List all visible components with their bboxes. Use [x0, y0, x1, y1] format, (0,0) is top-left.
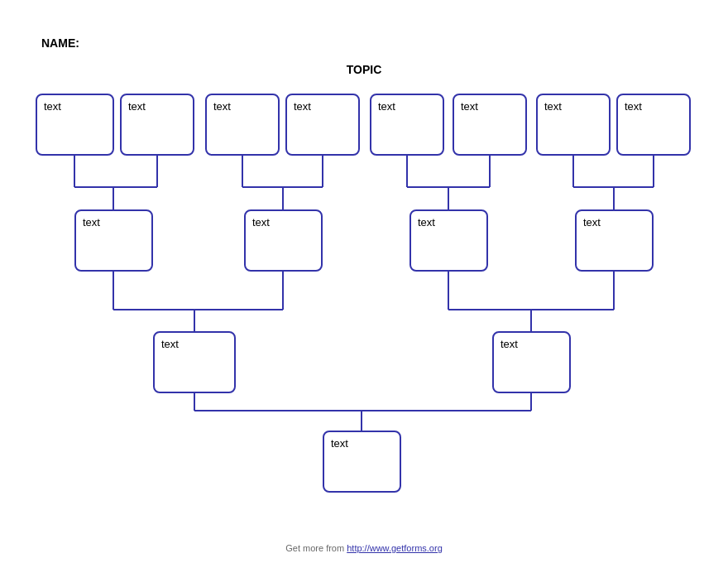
node-mid-right[interactable]: text	[492, 331, 571, 393]
node-top-4[interactable]: text	[285, 94, 360, 156]
node-top-6[interactable]: text	[453, 94, 527, 156]
node-root[interactable]: text	[323, 431, 401, 493]
footer-text: Get more from	[285, 543, 347, 553]
node-top-8[interactable]: text	[616, 94, 691, 156]
topic-label: TOPIC	[0, 63, 728, 76]
page: NAME: TOPIC text text text text text tex…	[0, 0, 728, 563]
node-top-7[interactable]: text	[536, 94, 611, 156]
node-top-5[interactable]: text	[370, 94, 444, 156]
node-mid-left[interactable]: text	[153, 331, 236, 393]
footer: Get more from http://www.getforms.org	[0, 543, 728, 553]
footer-link[interactable]: http://www.getforms.org	[347, 543, 443, 553]
node-top-1[interactable]: text	[36, 94, 114, 156]
node-top-3[interactable]: text	[205, 94, 280, 156]
node-level2-1[interactable]: text	[74, 209, 153, 272]
name-label: NAME:	[41, 36, 79, 50]
node-level2-4[interactable]: text	[575, 209, 654, 272]
node-level2-3[interactable]: text	[410, 209, 488, 272]
node-top-2[interactable]: text	[120, 94, 194, 156]
node-level2-2[interactable]: text	[244, 209, 323, 272]
